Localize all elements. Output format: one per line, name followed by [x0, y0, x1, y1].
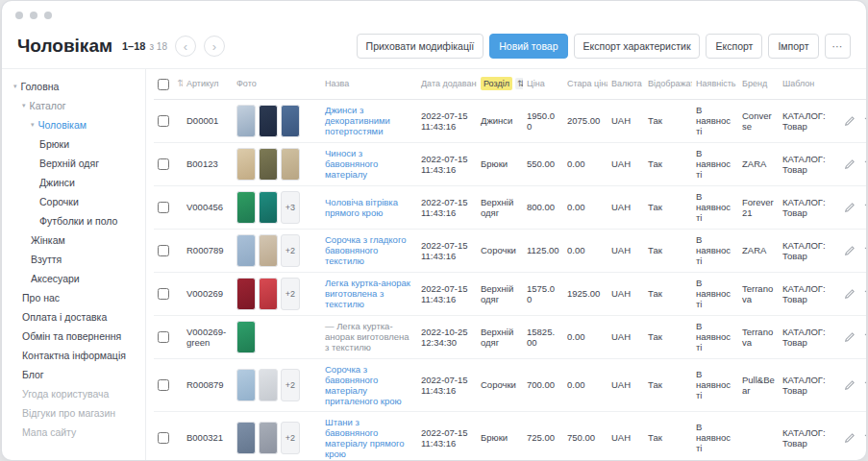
product-photo[interactable] [236, 148, 256, 181]
row-checkbox[interactable] [158, 432, 169, 444]
edit-button[interactable] [844, 288, 856, 300]
edit-button[interactable] [844, 331, 856, 343]
more-photos-badge[interactable]: +2 [281, 369, 300, 401]
col-header-article[interactable]: Артикул [183, 69, 233, 99]
col-header-date-added[interactable]: Дата додавання [417, 69, 477, 99]
product-name-link[interactable]: Чоловіча вітрівка прямого крою [325, 197, 398, 218]
section-header-highlight[interactable]: Розділ [481, 77, 512, 90]
delete-button[interactable] [863, 158, 866, 170]
import-button[interactable]: Імпорт [768, 34, 818, 59]
product-photo[interactable] [259, 148, 278, 181]
product-photo[interactable] [236, 191, 256, 224]
sidebar-item[interactable]: Про нас [2, 288, 145, 307]
product-name-link[interactable]: Сорочка з гладкого бавовняного текстилю [325, 234, 406, 266]
export-button[interactable]: Експорт [706, 34, 762, 59]
product-photo[interactable] [259, 105, 278, 137]
more-actions-button[interactable]: ⋯ [825, 34, 852, 59]
product-photo[interactable] [236, 234, 256, 267]
product-photo[interactable] [259, 369, 278, 401]
sort-direction-icon[interactable]: ⇅ [515, 78, 523, 89]
product-photo[interactable] [281, 105, 300, 137]
product-name-link[interactable]: Штани з бавовняного матеріалу прямого кр… [325, 417, 405, 459]
product-name-link[interactable]: Чиноси з бавовняного матеріалу [325, 148, 378, 180]
old-price-cell: 750.00 [563, 411, 608, 460]
edit-button[interactable] [844, 432, 856, 444]
sidebar-item[interactable]: ▾ Чоловікам [2, 115, 145, 134]
sidebar-item[interactable]: Верхній одяг [2, 154, 145, 173]
delete-button[interactable] [863, 245, 866, 256]
product-name-link[interactable]: Сорочка з бавовняного матеріалу притален… [325, 364, 402, 406]
sidebar-item[interactable]: Відгуки про магазин [2, 403, 145, 423]
window-minimize-icon[interactable] [30, 12, 37, 19]
product-photo[interactable] [259, 191, 278, 224]
more-photos-badge[interactable]: +2 [281, 234, 300, 267]
product-photo[interactable] [236, 321, 256, 353]
sidebar-item[interactable]: Аксесуари [2, 269, 145, 288]
product-photo[interactable] [236, 105, 256, 137]
sidebar-item[interactable]: Жінкам [2, 230, 145, 250]
product-photo[interactable] [259, 234, 278, 267]
product-name-link[interactable]: Легка куртка-анорак виготовлена з тексти… [325, 278, 410, 309]
col-header-old-price[interactable]: Стара ціна [563, 69, 608, 99]
col-header-display[interactable]: Відображати [644, 69, 692, 99]
delete-button[interactable] [863, 379, 866, 391]
product-photo[interactable] [236, 278, 256, 310]
select-all-checkbox[interactable] [158, 79, 169, 90]
prev-page-button[interactable]: ‹ [175, 36, 196, 57]
window-close-icon[interactable] [15, 12, 23, 19]
sidebar-item[interactable]: Оплата і доставка [2, 307, 145, 327]
sidebar-item[interactable]: Брюки [2, 134, 145, 154]
sidebar-item[interactable]: Сорочки [2, 192, 145, 211]
delete-button[interactable] [863, 202, 866, 213]
row-checkbox[interactable] [158, 202, 169, 213]
row-checkbox[interactable] [158, 158, 169, 170]
col-header-brand[interactable]: Бренд [738, 69, 779, 99]
delete-button[interactable] [863, 432, 866, 444]
sidebar-item[interactable]: ▾ Каталог [2, 96, 145, 115]
sidebar-item[interactable]: Обмін та повернення [2, 327, 145, 346]
more-photos-badge[interactable]: +2 [281, 422, 300, 454]
row-checkbox[interactable] [158, 115, 169, 127]
edit-button[interactable] [844, 158, 856, 170]
next-page-button[interactable]: › [204, 36, 225, 57]
col-header-price[interactable]: Ціна [523, 69, 563, 99]
edit-button[interactable] [844, 379, 856, 391]
row-checkbox[interactable] [158, 331, 169, 343]
row-checkbox[interactable] [158, 379, 169, 391]
edit-button[interactable] [844, 202, 856, 213]
sidebar-item[interactable]: ▾ Головна [2, 77, 145, 96]
sidebar-item[interactable]: Джинси [2, 173, 145, 192]
col-header-availability[interactable]: Наявність [692, 69, 738, 99]
new-product-button[interactable]: Новий товар [489, 34, 567, 59]
delete-button[interactable] [863, 288, 866, 300]
product-photo[interactable] [236, 422, 256, 454]
delete-button[interactable] [863, 331, 866, 343]
row-checkbox[interactable] [158, 245, 169, 256]
product-photo[interactable] [236, 369, 256, 401]
edit-button[interactable] [844, 115, 856, 127]
edit-button[interactable] [844, 245, 856, 256]
product-photo[interactable] [259, 278, 278, 310]
export-characteristics-button[interactable]: Експорт характеристик [574, 34, 701, 59]
hide-modifications-button[interactable]: Приховати модифікації [357, 34, 484, 59]
sidebar-item[interactable]: Мапа сайту [2, 423, 145, 442]
product-name-link[interactable]: — Легка куртка-анорак виготовлена з текс… [325, 321, 409, 352]
product-photo[interactable] [259, 422, 278, 454]
window-maximize-icon[interactable] [44, 12, 52, 19]
col-header-section[interactable]: Розділ⇅ [477, 69, 523, 99]
more-photos-badge[interactable]: +3 [281, 191, 300, 224]
row-checkbox[interactable] [158, 288, 169, 300]
sidebar-item[interactable]: Взуття [2, 250, 145, 269]
sidebar-item[interactable]: Контактна інформація [2, 346, 145, 365]
sidebar-item[interactable]: Блог [2, 365, 145, 384]
col-header-currency[interactable]: Валюта [608, 69, 644, 99]
product-name-link[interactable]: Джинси з декоративними потертостями [325, 105, 390, 136]
sort-rows-icon[interactable]: ⇅ [178, 78, 183, 88]
product-photo[interactable] [281, 148, 300, 181]
col-header-name[interactable]: Назва [321, 69, 417, 99]
more-photos-badge[interactable]: +2 [281, 278, 300, 310]
col-header-template[interactable]: Шаблон [779, 69, 840, 99]
delete-button[interactable] [863, 115, 866, 127]
sidebar-item[interactable]: Футболки и поло [2, 211, 145, 230]
sidebar-item[interactable]: Угода користувача [2, 384, 145, 403]
